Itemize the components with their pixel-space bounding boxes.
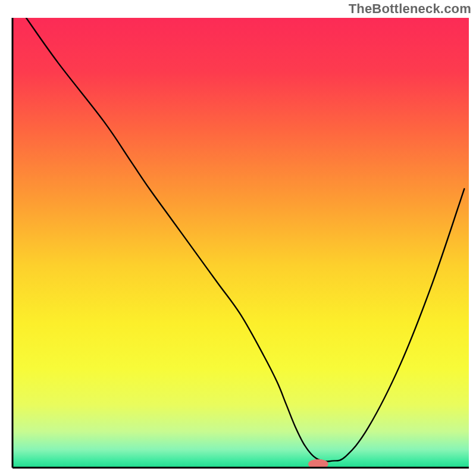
- watermark-text: TheBottleneck.com: [349, 1, 471, 17]
- chart-container: { "watermark": "TheBottleneck.com", "cha…: [0, 0, 476, 476]
- chart-svg: [0, 0, 476, 476]
- plot-background: [12, 18, 469, 468]
